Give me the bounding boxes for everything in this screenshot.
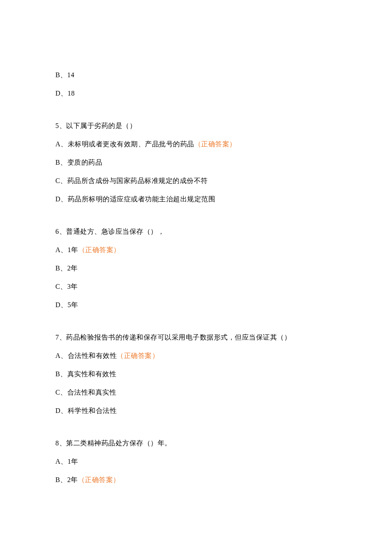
line-text: A、合法性和有效性 <box>55 352 117 359</box>
line-text: D、药品所标明的适应症或者功能主治超出规定范围 <box>55 195 215 203</box>
line-text: B、真实性和有效性 <box>55 370 116 378</box>
text-line: C、3年 <box>55 282 343 291</box>
correct-answer-label: （正确答案） <box>117 352 159 359</box>
line-text: A、1年 <box>55 458 78 465</box>
line-text: C、药品所含成份与国家药品标准规定的成份不符 <box>55 177 208 184</box>
text-line: 6、普通处方、急诊应当保存（）， <box>55 227 343 236</box>
text-line: D、药品所标明的适应症或者功能主治超出规定范围 <box>55 195 343 204</box>
line-text: D、科学性和合法性 <box>55 407 117 414</box>
line-text: B、变质的药品 <box>55 159 102 166</box>
text-line: 8、第二类精神药品处方保存（）年。 <box>55 439 343 448</box>
text-line: 7、药品检验报告书的传递和保存可以采用电子数据形式，但应当保证其（） <box>55 333 343 342</box>
text-line: A、1年 <box>55 457 343 466</box>
text-line: B、14 <box>55 70 343 80</box>
line-text: C、合法性和真实性 <box>55 389 116 396</box>
text-line: B、变质的药品 <box>55 158 343 167</box>
line-text: A、未标明或者更改有效期、产品批号的药品 <box>55 140 194 148</box>
text-line: B、2年 <box>55 264 343 273</box>
correct-answer-label: （正确答案） <box>78 246 121 253</box>
line-text: 5、以下属于劣药的是（） <box>55 122 136 129</box>
text-line: D、18 <box>55 89 343 98</box>
text-line: D、科学性和合法性 <box>55 406 343 416</box>
line-text: 7、药品检验报告书的传递和保存可以采用电子数据形式，但应当保证其（） <box>55 334 291 341</box>
line-text: D、5年 <box>55 301 78 308</box>
text-line: B、2年（正确答案） <box>55 475 343 485</box>
text-line: A、合法性和有效性（正确答案） <box>55 351 343 360</box>
line-text: 6、普通处方、急诊应当保存（）， <box>55 228 164 235</box>
text-line: A、1年（正确答案） <box>55 245 343 255</box>
text-line: 5、以下属于劣药的是（） <box>55 121 343 131</box>
text-line: C、合法性和真实性 <box>55 388 343 397</box>
line-text: C、3年 <box>55 283 78 290</box>
line-text: B、14 <box>55 71 75 78</box>
line-text: D、18 <box>55 90 75 97</box>
document-content: B、14D、185、以下属于劣药的是（）A、未标明或者更改有效期、产品批号的药品… <box>55 70 343 485</box>
line-text: B、2年 <box>55 476 78 483</box>
text-line: B、真实性和有效性 <box>55 369 343 379</box>
correct-answer-label: （正确答案） <box>194 140 236 148</box>
text-line: A、未标明或者更改有效期、产品批号的药品（正确答案） <box>55 139 343 149</box>
line-text: 8、第二类精神药品处方保存（）年。 <box>55 439 172 447</box>
text-line: C、药品所含成份与国家药品标准规定的成份不符 <box>55 176 343 186</box>
text-line: D、5年 <box>55 300 343 310</box>
correct-answer-label: （正确答案） <box>78 476 120 483</box>
line-text: B、2年 <box>55 264 78 272</box>
line-text: A、1年 <box>55 246 78 253</box>
